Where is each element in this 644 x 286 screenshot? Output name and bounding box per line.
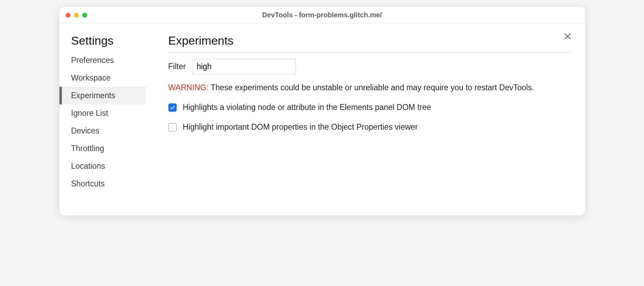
filter-label: Filter [168,62,186,71]
warning-row: WARNING: These experiments could be unst… [168,82,571,93]
sidebar-item-label: Preferences [71,56,114,65]
sidebar-item-label: Throttling [71,144,104,153]
sidebar-item-locations[interactable]: Locations [59,157,146,175]
minimize-window-button[interactable] [74,13,79,18]
close-window-button[interactable] [66,13,71,18]
warning-label: WARNING: [168,83,209,92]
sidebar-items: PreferencesWorkspaceExperimentsIgnore Li… [59,52,146,193]
experiment-label[interactable]: Highlight important DOM properties in th… [183,122,418,132]
titlebar: DevTools - form-problems.glitch.me/ [59,7,585,24]
page-title: Experiments [168,34,571,53]
sidebar-item-preferences[interactable]: Preferences [59,52,146,69]
sidebar-item-label: Shortcuts [71,179,105,188]
experiment-label[interactable]: Highlights a violating node or attribute… [183,103,431,112]
traffic-lights [66,13,87,18]
close-button[interactable] [562,31,573,41]
experiment-checkbox[interactable] [168,103,177,112]
warning-text: These experiments could be unstable or u… [211,83,534,92]
main: Experiments Filter WARNING: These experi… [146,24,585,215]
sidebar-item-experiments[interactable]: Experiments [59,87,146,104]
experiment-list: Highlights a violating node or attribute… [168,103,571,132]
content: Settings PreferencesWorkspaceExperiments… [59,24,585,215]
sidebar-item-label: Ignore List [71,109,108,118]
sidebar-item-label: Devices [71,126,100,135]
checkmark-icon [170,105,175,110]
sidebar-item-label: Locations [71,162,105,170]
sidebar: Settings PreferencesWorkspaceExperiments… [59,24,146,215]
experiment-item: Highlights a violating node or attribute… [168,103,571,112]
filter-input[interactable] [192,59,296,74]
sidebar-item-throttling[interactable]: Throttling [59,140,146,157]
experiment-item: Highlight important DOM properties in th… [168,122,571,132]
sidebar-item-shortcuts[interactable]: Shortcuts [59,175,146,193]
window: DevTools - form-problems.glitch.me/ Sett… [59,7,585,215]
maximize-window-button[interactable] [82,13,87,18]
sidebar-item-label: Workspace [71,73,111,82]
sidebar-item-ignore-list[interactable]: Ignore List [59,104,146,122]
sidebar-item-devices[interactable]: Devices [59,122,146,140]
sidebar-item-workspace[interactable]: Workspace [59,69,146,87]
window-title: DevTools - form-problems.glitch.me/ [262,11,382,19]
close-icon [563,32,572,40]
experiment-checkbox[interactable] [168,123,177,131]
filter-row: Filter [168,59,571,74]
sidebar-title: Settings [59,34,146,52]
sidebar-item-label: Experiments [71,91,115,100]
